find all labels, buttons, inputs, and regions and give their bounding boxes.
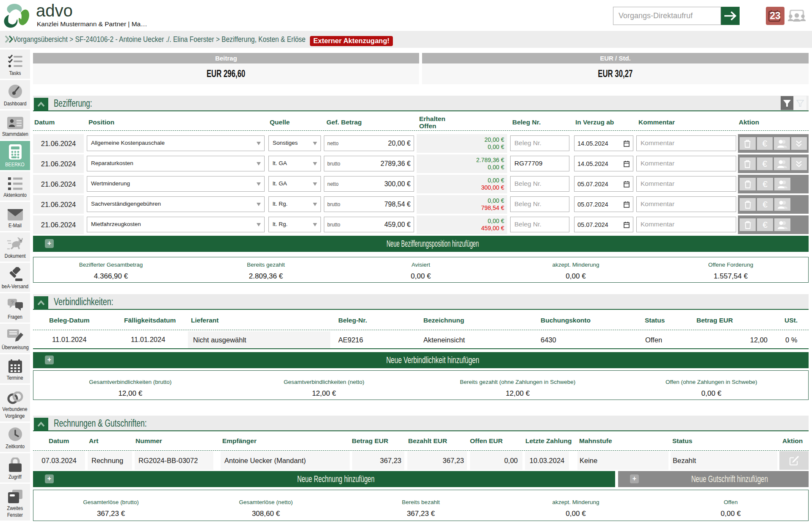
svg-text:?: ? (11, 299, 14, 306)
